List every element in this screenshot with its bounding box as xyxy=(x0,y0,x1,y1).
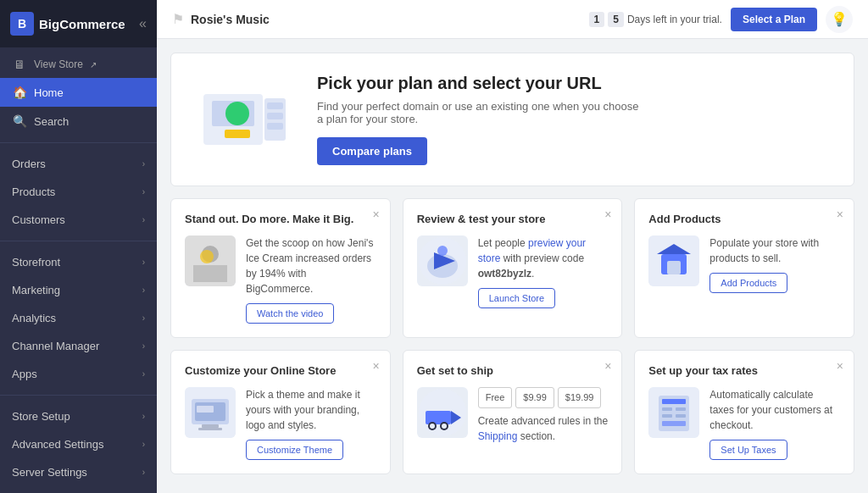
sidebar: B BigCommerce « 🖥 View Store ↗ 🏠 Home 🔍 … xyxy=(0,0,157,493)
svg-rect-27 xyxy=(426,411,451,424)
sidebar-item-label: Channel Manager xyxy=(12,340,99,352)
card-text: Populate your store with products to sel… xyxy=(709,235,840,293)
home-icon: 🏠 xyxy=(12,86,27,99)
svg-point-32 xyxy=(442,424,447,429)
card-body: Automatically calculate taxes for your c… xyxy=(648,387,840,460)
svg-point-31 xyxy=(430,424,435,429)
card-title: Review & test your store xyxy=(417,213,609,225)
compare-plans-button[interactable]: Compare plans xyxy=(317,137,427,165)
customize-store-card: × Customize your Online Store xyxy=(170,350,391,474)
svg-point-2 xyxy=(225,102,249,125)
sidebar-item-label: Store Setup xyxy=(12,410,70,423)
card-body: Free $9.99 $19.99 Create advanced rules … xyxy=(417,387,609,444)
card-close-button[interactable]: × xyxy=(837,359,843,373)
chevron-right-icon: › xyxy=(142,468,145,477)
card-close-button[interactable]: × xyxy=(604,359,611,373)
review-store-card: × Review & test your store Let people pr… xyxy=(403,198,623,338)
svg-point-15 xyxy=(437,246,448,256)
hero-description: Find your perfect domain or use an exist… xyxy=(317,100,639,125)
select-plan-button[interactable]: Select a Plan xyxy=(731,8,817,31)
sidebar-collapse-button[interactable]: « xyxy=(139,16,147,31)
trial-text: Days left in your trial. xyxy=(627,14,722,25)
svg-rect-23 xyxy=(202,424,219,428)
sidebar-item-label: Marketing xyxy=(12,284,60,296)
sidebar-item-home[interactable]: 🏠 Home xyxy=(0,78,157,107)
lightbulb-button[interactable]: 💡 xyxy=(826,6,853,33)
price-9-99[interactable]: $9.99 xyxy=(515,387,554,408)
card-image xyxy=(417,235,468,286)
card-text: Pick a theme and make it yours with your… xyxy=(246,387,376,460)
card-close-button[interactable]: × xyxy=(604,208,611,221)
stand-out-card: × Stand out. Do more. Make it Big. Get t… xyxy=(170,198,391,338)
add-products-button[interactable]: Add Products xyxy=(709,273,787,293)
svg-point-11 xyxy=(200,250,214,263)
sidebar-item-search[interactable]: 🔍 Search xyxy=(0,107,157,136)
sidebar-item-label: Storefront xyxy=(12,256,60,269)
card-description: Populate your store with products to sel… xyxy=(709,237,819,264)
sidebar-logo-area: B BigCommerce « xyxy=(0,0,157,47)
sidebar-item-products[interactable]: Products › xyxy=(0,178,157,206)
sidebar-item-advanced-settings[interactable]: Advanced Settings › xyxy=(0,430,157,458)
sidebar-item-customers[interactable]: Customers › xyxy=(0,206,157,234)
trial-day-2: 5 xyxy=(608,12,624,27)
search-icon: 🔍 xyxy=(12,114,27,128)
topbar-left: ⚑ Rosie's Music xyxy=(172,11,270,27)
card-description: Automatically calculate taxes for your c… xyxy=(709,389,832,431)
svg-rect-35 xyxy=(662,399,686,404)
ship-card: × Get set to ship xyxy=(403,350,623,474)
card-text: Free $9.99 $19.99 Create advanced rules … xyxy=(478,387,609,444)
topbar: ⚑ Rosie's Music 1 5 Days left in your tr… xyxy=(157,0,868,39)
store-flag-icon: ⚑ xyxy=(172,11,184,27)
sidebar-item-label: Analytics xyxy=(12,312,56,324)
card-title: Add Products xyxy=(648,213,840,225)
preview-store-link[interactable]: preview your store xyxy=(478,237,586,264)
card-image xyxy=(185,387,236,438)
hero-text: Pick your plan and select your URL Find … xyxy=(317,74,639,165)
sidebar-item-label: Search xyxy=(34,115,69,128)
set-up-taxes-button[interactable]: Set Up Taxes xyxy=(709,440,787,460)
sidebar-item-view-store[interactable]: 🖥 View Store ↗ xyxy=(0,51,157,78)
svg-rect-37 xyxy=(676,407,686,411)
sidebar-item-marketing[interactable]: Marketing › xyxy=(0,276,157,304)
sidebar-item-apps[interactable]: Apps › xyxy=(0,360,157,388)
logo-icon: B xyxy=(10,12,34,36)
launch-store-button[interactable]: Launch Store xyxy=(478,288,555,308)
chevron-right-icon: › xyxy=(142,215,145,224)
svg-rect-10 xyxy=(193,265,227,282)
store-name: Rosie's Music xyxy=(191,13,270,26)
card-close-button[interactable]: × xyxy=(372,359,379,373)
card-image xyxy=(185,235,236,286)
svg-rect-6 xyxy=(267,113,283,119)
card-title: Get set to ship xyxy=(417,364,609,377)
sidebar-item-storefront[interactable]: Storefront › xyxy=(0,248,157,276)
sidebar-item-analytics[interactable]: Analytics › xyxy=(0,304,157,332)
watch-video-button[interactable]: Watch the video xyxy=(246,303,334,324)
card-body: Get the scoop on how Jeni's Ice Cream in… xyxy=(185,235,376,324)
sidebar-item-orders[interactable]: Orders › xyxy=(0,150,157,178)
chevron-right-icon: › xyxy=(142,341,145,351)
logo-label: BigCommerce xyxy=(39,17,125,31)
chevron-right-icon: › xyxy=(142,369,145,379)
sidebar-item-channel-manager[interactable]: Channel Manager › xyxy=(0,332,157,360)
price-19-99[interactable]: $19.99 xyxy=(558,387,602,408)
hero-card: Pick your plan and select your URL Find … xyxy=(170,53,854,186)
svg-rect-38 xyxy=(662,414,672,418)
card-close-button[interactable]: × xyxy=(372,208,379,221)
sidebar-item-label: Apps xyxy=(12,368,37,380)
svg-rect-3 xyxy=(225,130,250,138)
card-image xyxy=(417,387,468,438)
price-free[interactable]: Free xyxy=(478,387,513,408)
svg-rect-36 xyxy=(662,407,672,411)
shipping-link[interactable]: Shipping xyxy=(478,430,518,442)
trial-info: 1 5 Days left in your trial. xyxy=(589,12,722,27)
sidebar-item-label: View Store xyxy=(34,58,83,70)
tax-rates-card: × Set up your tax rates xyxy=(634,350,854,474)
chevron-right-icon: › xyxy=(142,440,145,449)
sidebar-top-section: 🖥 View Store ↗ 🏠 Home 🔍 Search xyxy=(0,47,157,139)
customize-theme-button[interactable]: Customize Theme xyxy=(246,440,343,460)
sidebar-item-store-setup[interactable]: Store Setup › xyxy=(0,402,157,430)
card-close-button[interactable]: × xyxy=(837,208,843,221)
sidebar-item-server-settings[interactable]: Server Settings › xyxy=(0,458,157,486)
trial-day-1: 1 xyxy=(589,12,605,27)
card-image xyxy=(648,387,699,438)
